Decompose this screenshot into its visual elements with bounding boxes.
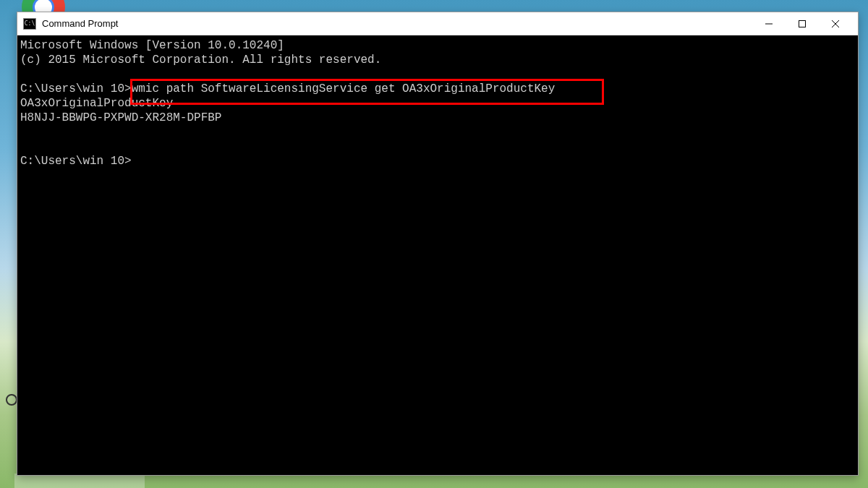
terminal-output: OA3xOriginalProductKey xyxy=(20,97,173,110)
terminal-output: H8NJJ-BBWPG-PXPWD-XR28M-DPFBP xyxy=(20,111,221,124)
command-prompt-window: C:\ Command Prompt Microsoft Windows [Ve… xyxy=(17,12,859,476)
minimize-button[interactable] xyxy=(752,13,786,35)
desktop-shortcut-icon[interactable] xyxy=(6,394,17,406)
maximize-icon xyxy=(799,20,806,27)
terminal-command: wmic path SoftwareLicensingService get O… xyxy=(132,82,556,95)
close-button[interactable] xyxy=(819,13,852,35)
terminal-line: Microsoft Windows [Version 10.0.10240] xyxy=(20,39,284,52)
maximize-button[interactable] xyxy=(786,13,819,35)
terminal-prompt: C:\Users\win 10> xyxy=(20,82,132,95)
minimize-icon xyxy=(765,20,773,27)
taskbar-fragment xyxy=(14,474,145,488)
cmd-icon: C:\ xyxy=(23,18,36,30)
terminal-prompt: C:\Users\win 10> xyxy=(20,155,132,168)
window-title: Command Prompt xyxy=(42,18,752,29)
terminal-line: (c) 2015 Microsoft Corporation. All righ… xyxy=(20,53,381,67)
window-controls xyxy=(752,13,852,35)
svg-rect-1 xyxy=(799,20,806,27)
titlebar[interactable]: C:\ Command Prompt xyxy=(17,12,858,35)
terminal-area[interactable]: Microsoft Windows [Version 10.0.10240] (… xyxy=(17,35,858,475)
close-icon xyxy=(832,20,839,27)
